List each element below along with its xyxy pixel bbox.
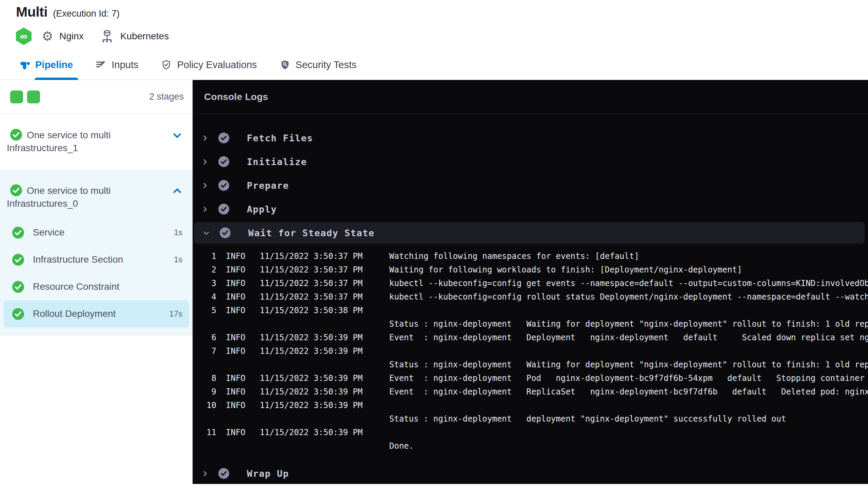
console-logs-body: Fetch Files Initialize Prepare Apply (193, 114, 868, 484)
step-label: Rollout Deployment (33, 308, 116, 319)
step-duration: 17s (169, 309, 182, 319)
main-split: 2 stages One service to multi Infrastruc… (0, 80, 868, 484)
chevron-up-icon[interactable] (172, 186, 182, 196)
stage-label: One service to multi Infrastructures_1 (7, 129, 156, 155)
success-check-icon (218, 204, 229, 215)
step-label: Service (33, 227, 64, 238)
log-section-wrap-up[interactable]: Wrap Up (193, 462, 868, 484)
log-line: 11INFO11/15/2022 3:50:39 PM (197, 426, 868, 439)
policy-shield-icon (161, 59, 172, 70)
log-line: Done. (197, 439, 868, 453)
step-label: Infrastructure Section (33, 254, 123, 265)
log-line: Status : nginx-deployment Waiting for de… (197, 317, 868, 331)
log-section-label: Fetch Files (247, 133, 313, 143)
pipeline-icon (19, 59, 30, 70)
stage-summary-row: 2 stages (0, 80, 193, 114)
tab-security-tests-label: Security Tests (296, 59, 357, 70)
service-infrastructure-row: ∞ ⚙ Nginx Kubernetes (16, 27, 868, 45)
execution-id: (Execution Id: 7) (53, 8, 120, 19)
chevron-right-icon[interactable] (201, 469, 209, 478)
stage-label: One service to multi Infrastructures_0 (7, 184, 156, 210)
log-line: Status : nginx-deployment Waiting for de… (197, 358, 868, 371)
success-check-icon (218, 180, 229, 191)
tab-inputs-label: Inputs (112, 59, 138, 70)
success-check-icon (218, 156, 229, 167)
tab-policy-evaluations[interactable]: Policy Evaluations (161, 50, 257, 80)
stage-status-square-1[interactable] (10, 90, 23, 103)
success-check-icon (12, 254, 24, 266)
console-logs-panel: Console Logs Fetch Files Initialize Prep… (193, 80, 868, 484)
tab-pipeline[interactable]: Pipeline (19, 50, 73, 80)
success-check-icon (12, 281, 24, 293)
step-duration: 1s (174, 228, 182, 237)
step-row-resource-constraint[interactable]: Resource Constraint (3, 273, 189, 300)
log-line: 10INFO11/15/2022 3:50:39 PM (197, 399, 868, 412)
log-section-label: Apply (247, 204, 277, 215)
log-line: Status : nginx-deployment deployment "ng… (197, 412, 868, 426)
step-duration: 1s (174, 255, 182, 264)
log-section-wait-for-steady-state[interactable]: Wait for Steady State (194, 222, 865, 244)
log-section-label: Prepare (247, 180, 289, 191)
stage-row-infrastructures-1[interactable]: One service to multi Infrastructures_1 (0, 114, 193, 169)
log-section-label: Wrap Up (247, 468, 289, 479)
chevron-down-icon[interactable] (202, 229, 211, 237)
execution-tabbar: Pipeline Inputs Policy Evaluations Secur… (0, 50, 868, 80)
kubernetes-icon (100, 29, 114, 43)
success-check-icon (10, 129, 22, 141)
tab-inputs[interactable]: Inputs (95, 50, 138, 80)
infrastructure-name: Kubernetes (120, 31, 169, 42)
log-section-label: Initialize (247, 157, 307, 167)
success-check-icon (218, 468, 229, 479)
log-section-label: Wait for Steady State (248, 228, 375, 238)
page-title: Multi (16, 4, 47, 20)
harness-cd-icon: ∞ (16, 27, 32, 45)
log-section-apply[interactable]: Apply (193, 197, 868, 221)
title-row: Multi (Execution Id: 7) (16, 4, 868, 20)
log-line: 2INFO11/15/2022 3:50:37 PMWaiting for fo… (197, 263, 868, 277)
tab-security-tests[interactable]: Security Tests (279, 50, 357, 80)
success-check-icon (220, 227, 231, 238)
step-row-service[interactable]: Service 1s (3, 219, 189, 246)
success-check-icon (12, 308, 24, 320)
log-section-initialize[interactable]: Initialize (193, 150, 868, 174)
stage-row-infrastructures-0[interactable]: One service to multi Infrastructures_0 (0, 169, 193, 219)
stages-sidebar: 2 stages One service to multi Infrastruc… (0, 80, 193, 484)
chevron-right-icon[interactable] (201, 181, 209, 190)
log-section-prepare[interactable]: Prepare (193, 174, 868, 197)
success-check-icon (10, 184, 22, 196)
step-row-rollout-deployment[interactable]: Rollout Deployment 17s (3, 300, 189, 327)
security-shield-icon (279, 59, 291, 70)
step-label: Resource Constraint (33, 281, 119, 292)
chevron-right-icon[interactable] (201, 205, 209, 214)
success-check-icon (218, 133, 229, 143)
chevron-down-icon[interactable] (172, 130, 182, 141)
chevron-right-icon[interactable] (201, 158, 209, 166)
page-header: Multi (Execution Id: 7) ∞ ⚙ Nginx Kubern… (0, 0, 868, 50)
log-line: 3INFO11/15/2022 3:50:37 PMkubectl --kube… (197, 277, 868, 290)
log-line: 1INFO11/15/2022 3:50:37 PMWatching follo… (197, 249, 868, 263)
stage-status-square-2[interactable] (27, 90, 40, 103)
log-line: 9INFO11/15/2022 3:50:39 PMEvent : nginx-… (197, 385, 868, 399)
gear-icon: ⚙ (42, 30, 53, 43)
log-line: 8INFO11/15/2022 3:50:39 PMEvent : nginx-… (197, 371, 868, 385)
log-lines: 1INFO11/15/2022 3:50:37 PMWatching follo… (193, 245, 868, 455)
console-logs-title: Console Logs (193, 80, 868, 114)
stage-count: 2 stages (149, 92, 184, 102)
log-line: 4INFO11/15/2022 3:50:37 PMkubectl --kube… (197, 290, 868, 304)
step-row-infrastructure-section[interactable]: Infrastructure Section 1s (3, 246, 189, 273)
success-check-icon (12, 227, 24, 239)
expanded-stage-group: One service to multi Infrastructures_0 S… (0, 169, 193, 335)
service-name: Nginx (59, 31, 84, 42)
log-line: 5INFO11/15/2022 3:50:38 PM (197, 304, 868, 317)
chevron-right-icon[interactable] (201, 134, 209, 142)
log-section-fetch-files[interactable]: Fetch Files (193, 126, 868, 150)
log-line: 7INFO11/15/2022 3:50:39 PM (197, 344, 868, 358)
log-line: 6INFO11/15/2022 3:50:39 PMEvent : nginx-… (197, 331, 868, 344)
pipeline-execution-page: Multi (Execution Id: 7) ∞ ⚙ Nginx Kubern… (0, 0, 868, 488)
tab-policy-evaluations-label: Policy Evaluations (177, 59, 257, 70)
inputs-icon (95, 59, 106, 70)
tab-pipeline-label: Pipeline (35, 59, 73, 70)
